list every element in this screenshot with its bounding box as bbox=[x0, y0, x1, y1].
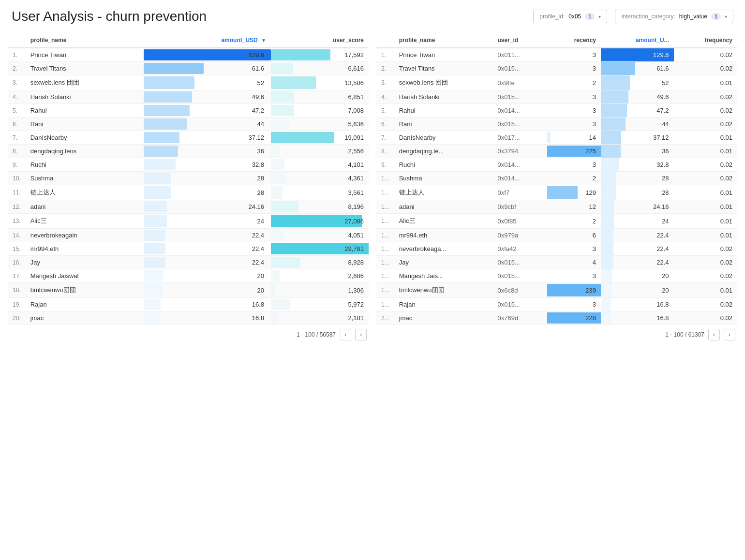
frequency-cell: 0.02 bbox=[674, 256, 737, 269]
amount-u-cell: 20 bbox=[601, 283, 674, 298]
user-score-cell: 6,616 bbox=[271, 62, 369, 75]
profile-name-cell: dengdaqing.lens bbox=[26, 145, 144, 158]
row-num: 5. bbox=[8, 104, 26, 118]
recency-cell: 12 bbox=[547, 200, 601, 214]
left-prev-button[interactable]: ‹ bbox=[340, 329, 351, 340]
row-num: 18. bbox=[8, 283, 26, 298]
frequency-cell: 0.01 bbox=[674, 145, 737, 158]
user-score-cell: 4,051 bbox=[271, 229, 369, 242]
col-user-score[interactable]: user_score bbox=[271, 33, 369, 48]
profile-name-cell: neverbrokeagain bbox=[26, 229, 144, 242]
row-num-r: 7. bbox=[376, 131, 394, 145]
col-profile-name[interactable]: profile_name bbox=[26, 33, 144, 48]
profile-name-cell-r: Prince Tiwari bbox=[394, 48, 493, 62]
user-score-cell: 2,556 bbox=[271, 145, 369, 158]
recency-cell: 4 bbox=[547, 256, 601, 269]
page-title: User Analysis - churn prevention bbox=[12, 8, 207, 25]
amount-u-cell: 49.6 bbox=[601, 90, 674, 104]
user-id-cell: 0x017... bbox=[492, 131, 547, 145]
profile-name-cell: 链上达人 bbox=[26, 185, 144, 200]
amount-usd-cell: 32.8 bbox=[144, 158, 271, 172]
user-id-cell: 0x3794 bbox=[492, 145, 547, 158]
profile-name-cell-r: Ruchi bbox=[394, 158, 493, 172]
right-table-row: 1...adani0x9cbf1224.160.01 bbox=[376, 200, 737, 214]
user-score-cell: 3,561 bbox=[271, 185, 369, 200]
left-table-row: 3.sexweb.lens 団団5213,506 bbox=[8, 75, 369, 90]
filter-chip-profile-id[interactable]: profile_id: 0x05 1 ▾ bbox=[533, 10, 607, 23]
user-id-cell: 0x6c8d bbox=[492, 283, 547, 298]
row-num: 3. bbox=[8, 75, 26, 90]
chevron-down-icon: ▾ bbox=[598, 14, 601, 19]
amount-usd-cell: 24 bbox=[144, 214, 271, 229]
row-num-r: 8. bbox=[376, 145, 394, 158]
filter-chip-interaction-category[interactable]: interaction_category: high_value 1 ▾ bbox=[615, 10, 733, 23]
right-prev-button[interactable]: ‹ bbox=[708, 329, 720, 340]
profile-name-cell-r: sexweb.lens 団団 bbox=[394, 75, 493, 90]
profile-name-cell: jmac bbox=[26, 311, 144, 325]
left-table-row: 7.DanIsNearby37.1219,091 bbox=[8, 131, 369, 145]
profile-name-cell: Rahul bbox=[26, 104, 144, 118]
recency-cell: 3 bbox=[547, 48, 601, 62]
user-score-cell: 1,306 bbox=[271, 283, 369, 298]
left-table-row: 6.Rani445,636 bbox=[8, 118, 369, 131]
col-profile-name-r[interactable]: profile_name bbox=[394, 33, 493, 48]
frequency-cell: 0.01 bbox=[674, 185, 737, 200]
row-num-r: 3. bbox=[376, 75, 394, 90]
row-num: 8. bbox=[8, 145, 26, 158]
frequency-cell: 0.02 bbox=[674, 104, 737, 118]
user-id-cell: 0x9cbf bbox=[492, 200, 547, 214]
filter-chips: profile_id: 0x05 1 ▾ interaction_categor… bbox=[533, 10, 733, 23]
amount-u-cell: 36 bbox=[601, 145, 674, 158]
left-next-button[interactable]: › bbox=[355, 329, 367, 340]
profile-name-cell: Mangesh Jaiswal bbox=[26, 269, 144, 283]
col-frequency[interactable]: frequency bbox=[674, 33, 737, 48]
profile-name-cell: Alic三 bbox=[26, 214, 144, 229]
user-score-cell: 2,686 bbox=[271, 269, 369, 283]
row-num: 7. bbox=[8, 131, 26, 145]
user-score-cell: 19,091 bbox=[271, 131, 369, 145]
profile-name-cell-r: Sushma bbox=[394, 172, 493, 185]
profile-name-cell: DanIsNearby bbox=[26, 131, 144, 145]
amount-u-cell: 24.16 bbox=[601, 200, 674, 214]
tables-row: profile_name amount_USD ▼ user_score 1.P… bbox=[0, 33, 745, 344]
right-table-row: 6.Rani0x015...3440.02 bbox=[376, 118, 737, 131]
profile-name-cell-r: Rahul bbox=[394, 104, 493, 118]
left-table-row: 20.jmac16.82,181 bbox=[8, 311, 369, 325]
amount-u-cell: 16.8 bbox=[601, 298, 674, 311]
profile-name-cell-r: Rajan bbox=[394, 298, 493, 311]
frequency-cell: 0.02 bbox=[674, 48, 737, 62]
page-container: User Analysis - churn prevention profile… bbox=[0, 0, 745, 344]
recency-cell: 14 bbox=[547, 131, 601, 145]
left-table: profile_name amount_USD ▼ user_score 1.P… bbox=[8, 33, 369, 325]
col-amount-u[interactable]: amount_U... bbox=[601, 33, 674, 48]
user-id-cell: 0x014... bbox=[492, 172, 547, 185]
user-id-cell: 0x014... bbox=[492, 158, 547, 172]
row-num: 15. bbox=[8, 242, 26, 256]
recency-cell: 2 bbox=[547, 75, 601, 90]
row-num: 2. bbox=[8, 62, 26, 75]
row-num-r: 5. bbox=[376, 104, 394, 118]
profile-name-cell: bmlcwenwu団団 bbox=[26, 283, 144, 298]
user-id-cell: 0x015... bbox=[492, 256, 547, 269]
right-table-row: 9.Ruchi0x014...332.80.02 bbox=[376, 158, 737, 172]
profile-name-cell-r: adani bbox=[394, 200, 493, 214]
recency-cell: 2 bbox=[547, 172, 601, 185]
col-recency[interactable]: recency bbox=[547, 33, 601, 48]
frequency-cell: 0.01 bbox=[674, 200, 737, 214]
col-amount-usd[interactable]: amount_USD ▼ bbox=[144, 33, 271, 48]
right-next-button[interactable]: › bbox=[724, 329, 735, 340]
profile-name-cell-r: neverbrokeaga... bbox=[394, 242, 493, 256]
profile-name-cell-r: Travel Titans bbox=[394, 62, 493, 75]
amount-u-cell: 37.12 bbox=[601, 131, 674, 145]
recency-cell: 3 bbox=[547, 104, 601, 118]
frequency-cell: 0.02 bbox=[674, 62, 737, 75]
left-table-footer: 1 - 100 / 56587 ‹ › bbox=[8, 325, 369, 344]
recency-cell: 2 bbox=[547, 214, 601, 229]
amount-u-cell: 22.4 bbox=[601, 229, 674, 242]
amount-usd-cell: 16.8 bbox=[144, 298, 271, 311]
amount-usd-cell: 52 bbox=[144, 75, 271, 90]
col-user-id[interactable]: user_id bbox=[492, 33, 547, 48]
amount-u-cell: 32.8 bbox=[601, 158, 674, 172]
chevron-down-icon-2: ▾ bbox=[725, 14, 727, 19]
left-table-row: 8.dengdaqing.lens362,556 bbox=[8, 145, 369, 158]
